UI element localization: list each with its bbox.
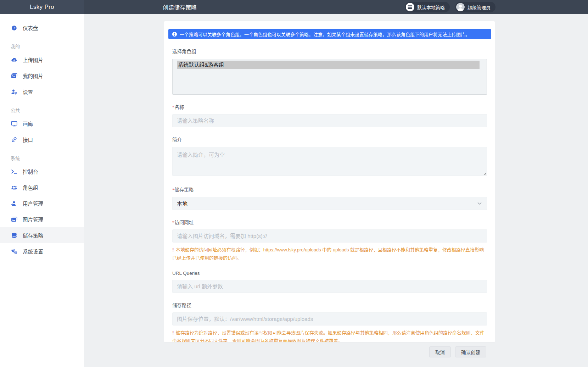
sidebar-item-cloud-upload[interactable]: 上传图片 [0, 52, 84, 68]
chevron-down-icon [477, 202, 482, 205]
policy-badge-label: 默认本地策略 [417, 4, 445, 11]
sidebar-item-label: 我的图片 [23, 72, 43, 79]
sidebar-section-title: 公共 [0, 100, 84, 116]
cloud-upload-icon [11, 57, 17, 63]
sidebar-item-users[interactable]: 角色组 [0, 179, 84, 195]
header-right: 默认本地策略 超级管理员 [405, 2, 495, 12]
storage-path-warning: !储存路径为绝对路径，设置错误或没有读写权限可能会导致图片保存失败。如果储存路径… [172, 329, 487, 342]
gauge-icon [11, 25, 17, 31]
url-queries-label: URL Queries [172, 271, 487, 276]
sidebar-item-gears[interactable]: 系统设置 [0, 243, 84, 259]
role-group-label: 选择角色组 [172, 48, 487, 55]
user-gear-icon [11, 89, 17, 95]
name-label: *名称 [172, 103, 487, 110]
policy-badge[interactable]: 默认本地策略 [405, 2, 450, 12]
sidebar-item-label: 接口 [23, 136, 33, 143]
main-content: 一个策略可以关联多个角色组，一个角色组也可以关联多个策略，注意，如果某个组未设置… [84, 14, 588, 367]
sidebar-item-label: 用户管理 [23, 200, 43, 207]
gears-icon [11, 248, 17, 254]
terminal-icon [11, 168, 17, 174]
storage-driver-select[interactable]: 本地 [172, 197, 487, 210]
user-badge-label: 超级管理员 [467, 4, 491, 11]
users-icon [11, 184, 17, 190]
sidebar-item-desktop[interactable]: 画廊 [0, 116, 84, 132]
required-asterisk: * [172, 220, 174, 225]
url-queries-input[interactable] [172, 280, 487, 293]
sidebar-item-label: 图片管理 [23, 216, 43, 223]
sidebar-item-user-manage[interactable]: 用户管理 [0, 195, 84, 211]
storage-driver-value: 本地 [177, 200, 187, 207]
desktop-icon [11, 121, 17, 127]
sidebar-nav: 仪表盘我的上传图片我的图片设置公共画廊接口系统控制台角色组用户管理图片管理储存策… [0, 20, 84, 259]
brand-logo[interactable]: Lsky Pro [0, 0, 84, 14]
storage-path-input[interactable] [172, 312, 487, 326]
my-images-icon [11, 73, 17, 79]
intro-label: 简介 [172, 136, 487, 143]
warning-exclamation-icon: ! [172, 330, 174, 335]
access-url-input[interactable] [172, 229, 487, 243]
sidebar-item-label: 储存策略 [23, 232, 43, 239]
sidebar: 仪表盘我的上传图片我的图片设置公共画廊接口系统控制台角色组用户管理图片管理储存策… [0, 14, 84, 367]
sidebar-item-label: 设置 [23, 88, 33, 95]
user-badge[interactable]: 超级管理员 [455, 2, 495, 12]
intro-textarea[interactable] [172, 147, 487, 176]
notice-text: 一个策略可以关联多个角色组，一个角色组也可以关联多个策略，注意，如果某个组未设置… [180, 31, 470, 38]
sidebar-item-label: 仪表盘 [23, 24, 38, 32]
form-card: 一个策略可以关联多个角色组，一个角色组也可以关联多个策略，注意，如果某个组未设置… [164, 21, 495, 342]
sidebar-item-label: 控制台 [23, 168, 38, 175]
warning-exclamation-icon: ! [172, 247, 174, 252]
sidebar-section-title: 我的 [0, 36, 84, 52]
page-title: 创建储存策略 [163, 3, 197, 11]
required-asterisk: * [172, 105, 174, 110]
sidebar-item-label: 系统设置 [23, 248, 43, 255]
sidebar-item-gauge[interactable]: 仪表盘 [0, 20, 84, 36]
sidebar-item-link[interactable]: 接口 [0, 132, 84, 148]
sidebar-item-terminal[interactable]: 控制台 [0, 163, 84, 179]
role-group-listbox[interactable]: 系统默认组&游客组 [172, 59, 487, 95]
strategy-label: *储存策略 [172, 186, 487, 193]
link-icon [11, 137, 17, 143]
form-footer: 取消 确认创建 [164, 346, 495, 357]
required-asterisk: * [172, 187, 174, 193]
sidebar-item-database[interactable]: 储存策略 [0, 227, 84, 243]
access-url-warning: !本地储存的访问网址必须有根路径，例如：https://www.lsky.pro… [172, 246, 487, 262]
sidebar-section-title: 系统 [0, 148, 84, 163]
storage-path-label: 储存路径 [172, 301, 487, 308]
info-icon [172, 32, 177, 37]
role-group-option[interactable]: 系统默认组&游客组 [177, 61, 480, 69]
notice-banner: 一个策略可以关联多个角色组，一个角色组也可以关联多个策略，注意，如果某个组未设置… [168, 29, 491, 39]
confirm-create-button[interactable]: 确认创建 [455, 346, 486, 357]
top-header: Lsky Pro 创建储存策略 默认本地策略 超级管理员 [0, 0, 588, 14]
access-url-label: *访问网址 [172, 218, 487, 226]
sidebar-item-my-images[interactable]: 我的图片 [0, 68, 84, 84]
sidebar-item-image-manage[interactable]: 图片管理 [0, 211, 84, 227]
sidebar-item-user-gear[interactable]: 设置 [0, 84, 84, 100]
database-icon [11, 232, 17, 238]
image-manage-icon [11, 216, 17, 222]
cancel-button[interactable]: 取消 [429, 346, 451, 357]
user-manage-icon [11, 200, 17, 206]
name-input[interactable] [172, 114, 487, 127]
sidebar-item-label: 上传图片 [23, 56, 43, 63]
server-stack-icon [406, 3, 414, 11]
sidebar-item-label: 画廊 [23, 120, 33, 127]
avatar [456, 3, 465, 11]
sidebar-item-label: 角色组 [23, 184, 38, 191]
policy-form: 选择角色组 系统默认组&游客组 *名称 简介 *储存策略 本地 *访问网址 [164, 39, 495, 342]
